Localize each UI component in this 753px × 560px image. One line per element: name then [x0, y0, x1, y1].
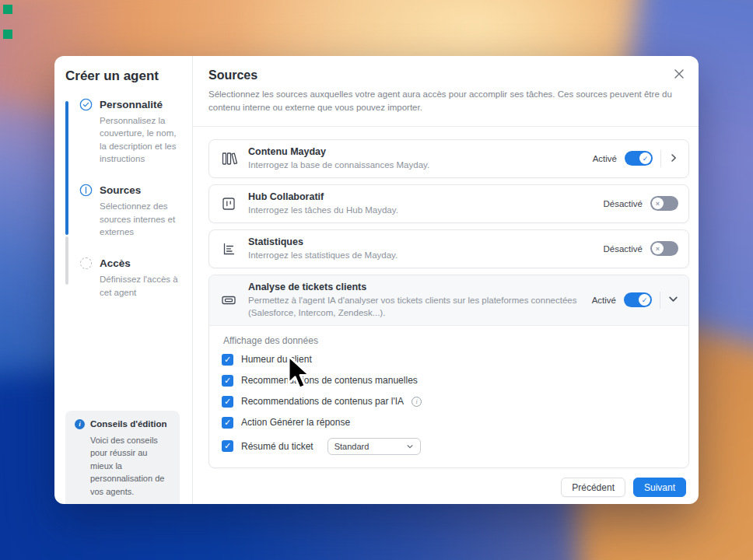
ticket-icon	[219, 291, 238, 310]
source-card-hub-collaboratif: Hub Collaboratif Interrogez les tâches d…	[208, 184, 689, 223]
checkbox-checked[interactable]: ✓	[222, 440, 233, 452]
option-humeur-du-client: ✓ Humeur du client	[222, 354, 678, 366]
tips-text: Voici des conseils pour réussir au mieux…	[90, 434, 170, 499]
checkbox-label: Humeur du client	[241, 354, 312, 365]
gif-artifact-square	[3, 30, 12, 39]
divider	[660, 150, 661, 167]
modal-title: Créer un agent	[54, 56, 192, 92]
resume-format-select[interactable]: Standard	[327, 438, 421, 455]
step-description: Définissez l'accès à cet agent	[100, 273, 184, 299]
step-label: Personnalité	[100, 99, 163, 110]
next-button[interactable]: Suivant	[633, 478, 686, 497]
divider	[660, 292, 660, 309]
create-agent-modal: Créer un agent Personnalité Personnalise…	[54, 56, 699, 504]
source-title: Contenu Mayday	[248, 146, 583, 157]
checkbox-label: Recommendations de contenus manuelles	[241, 375, 418, 386]
stepper-progress-bar	[65, 101, 68, 235]
source-card-analyse-tickets: Analyse de tickets clients Permettez à l…	[208, 275, 689, 468]
checkbox-checked[interactable]: ✓	[222, 354, 233, 366]
checkbox-checked[interactable]: ✓	[222, 417, 233, 429]
section-label: Affichage des données	[223, 335, 678, 346]
option-reco-contenus-manuelles: ✓ Recommendations de contenus manuelles	[222, 375, 678, 387]
chevron-down-icon[interactable]	[668, 293, 678, 307]
sidebar-step-acces[interactable]: Accès Définissez l'accès à cet agent	[79, 257, 184, 299]
source-card-statistiques: Statistiques Interrogez les statistiques…	[208, 229, 689, 268]
check-circle-icon	[79, 98, 93, 111]
sidebar-step-sources[interactable]: Sources Sélectionnez des sources interne…	[79, 184, 184, 238]
chevron-down-icon	[406, 443, 414, 450]
checkbox-label: Recommendations de contenus par l'IA	[241, 396, 404, 407]
select-value: Standard	[334, 442, 369, 451]
checkbox-checked[interactable]: ✓	[222, 396, 233, 408]
editing-tips-panel: i Conseils d'édition Voici des conseils …	[65, 411, 180, 505]
wizard-stepper: Personnalité Personnalisez la couverture…	[65, 98, 184, 299]
toggle-status-label: Désactivé	[604, 244, 643, 254]
toggle-switch[interactable]: ×	[650, 241, 678, 256]
toggle-switch[interactable]: ✓	[624, 292, 652, 307]
source-title: Hub Collaboratif	[248, 191, 594, 202]
option-reco-contenus-ia: ✓ Recommendations de contenus par l'IA i	[222, 396, 678, 408]
gif-artifact-square	[3, 5, 12, 14]
source-title: Analyse de tickets clients	[248, 282, 582, 292]
source-row[interactable]: Hub Collaboratif Interrogez les tâches d…	[209, 185, 688, 222]
info-icon: i	[75, 419, 85, 429]
info-icon[interactable]: i	[412, 397, 422, 407]
checkbox-checked[interactable]: ✓	[222, 375, 233, 387]
toggle-status-label: Activé	[592, 296, 616, 305]
toggle-switch[interactable]: ×	[650, 196, 678, 211]
source-description: Interrogez les statistiques de Mayday.	[248, 249, 594, 261]
wizard-footer: Précédent Suivant	[193, 478, 699, 504]
source-description: Interrogez les tâches du Hub Mayday.	[248, 204, 594, 216]
option-action-generer-reponse: ✓ Action Générer la réponse	[222, 417, 678, 429]
checkbox-label: Action Générer la réponse	[241, 417, 350, 428]
bar-chart-icon	[219, 240, 238, 258]
close-icon[interactable]	[671, 65, 688, 82]
tips-title: Conseils d'édition	[90, 419, 167, 429]
step-description: Sélectionnez des sources internes et ext…	[100, 200, 184, 238]
wizard-sidebar: Créer un agent Personnalité Personnalise…	[54, 56, 193, 504]
source-description: Permettez à l'agent IA d'analyser vos ti…	[248, 294, 582, 319]
checkbox-label: Résumé du ticket	[241, 441, 313, 452]
sources-header: Sources Sélectionnez les sources auxquel…	[193, 56, 699, 127]
option-resume-du-ticket: ✓ Résumé du ticket Standard	[222, 438, 678, 455]
source-description: Interrogez la base de connaissances Mayd…	[248, 159, 583, 171]
step-description: Personnalisez la couverture, le nom, la …	[100, 114, 184, 165]
toggle-status-label: Désactivé	[604, 199, 643, 208]
page-title: Sources	[208, 68, 681, 82]
step-label: Sources	[100, 184, 141, 196]
in-progress-circle-icon	[79, 184, 93, 197]
library-icon	[219, 149, 238, 168]
sidebar-step-personnalite[interactable]: Personnalité Personnalisez la couverture…	[79, 98, 184, 165]
data-display-section: Affichage des données ✓ Humeur du client…	[209, 326, 688, 467]
step-label: Accès	[100, 257, 131, 269]
dashed-circle-icon	[79, 257, 93, 270]
kanban-icon	[219, 194, 238, 213]
stepper-remaining-bar	[65, 236, 68, 285]
chevron-right-icon[interactable]	[669, 152, 678, 166]
source-row[interactable]: Analyse de tickets clients Permettez à l…	[209, 275, 688, 326]
source-row[interactable]: Contenu Mayday Interrogez la base de con…	[209, 140, 688, 177]
sources-list: Contenu Mayday Interrogez la base de con…	[193, 127, 699, 478]
page-description: Sélectionnez les sources auxquelles votr…	[208, 88, 675, 115]
toggle-status-label: Activé	[593, 154, 617, 163]
previous-button[interactable]: Précédent	[561, 478, 625, 497]
sources-panel: Sources Sélectionnez les sources auxquel…	[193, 56, 699, 504]
source-row[interactable]: Statistiques Interrogez les statistiques…	[209, 230, 688, 268]
source-title: Statistiques	[248, 236, 594, 247]
source-card-contenu-mayday: Contenu Mayday Interrogez la base de con…	[208, 139, 689, 178]
toggle-switch[interactable]: ✓	[625, 151, 653, 166]
